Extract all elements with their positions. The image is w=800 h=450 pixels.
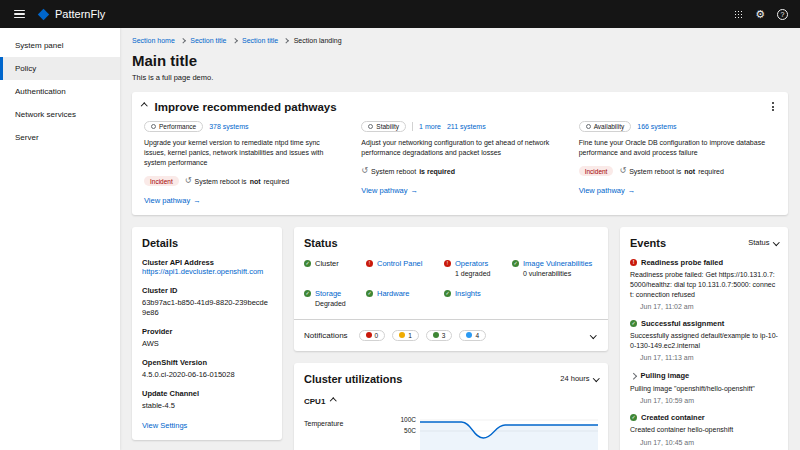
cluster-utilizations-card: Cluster utilizations 24 hours CPU1 Tempe… [294,363,608,450]
exclamation-circle-icon: ! [444,260,451,267]
stability-icon [368,124,373,129]
masthead: PatternFly ⚙ ? [0,0,800,28]
time-range-dropdown[interactable]: 24 hours [560,374,598,383]
status-grid: ✓Cluster !Control Panel !Operators 1 deg… [304,259,598,307]
status-link[interactable]: Insights [455,289,481,298]
pathway-item-availability: Availability 166 systems Fine tune your … [579,121,776,204]
field-value: 63b97ac1-b850-41d9-8820-239becde9e86 [142,298,272,318]
view-pathway-link[interactable]: View pathway→ [361,186,418,195]
status-title: Status [304,237,598,249]
exclamation-circle-icon: ! [630,259,637,266]
events-card: Events Status !Readiness probe failed Re… [620,227,788,450]
status-item-operators: !Operators 1 degraded [444,259,508,277]
sidebar-item-server[interactable]: Server [0,126,120,149]
notification-badge-info[interactable]: 4 [459,330,486,341]
event-time: Jun 17, 10:59 am [630,397,778,404]
app-launcher-icon[interactable] [734,10,743,19]
events-title: Events [630,237,666,249]
reboot-status: ↺System reboot is not required [619,167,723,175]
performance-badge: Performance [144,121,203,132]
notification-badge-success[interactable]: 3 [426,330,453,341]
lower-grid: Details Cluster API Addresshttps://api1.… [132,227,788,450]
sidebar-item-network-services[interactable]: Network services [0,103,120,126]
status-link[interactable]: Operators [455,259,488,268]
field-label: OpenShift Version [142,358,272,367]
status-item-image-vulnerabilities: ✓Image Vulnerabilities 0 vulnerabilities [512,259,598,277]
menu-toggle-icon[interactable] [12,8,27,21]
pathway-item-stability: Stability 1 more 211 systems Adjust your… [361,121,558,204]
check-circle-icon: ✓ [304,260,311,267]
systems-link[interactable]: 378 systems [209,123,248,130]
availability-badge: Availability [579,121,632,132]
view-settings-link[interactable]: View Settings [142,421,187,430]
incident-label: Incident [144,176,179,186]
systems-link[interactable]: 211 systems [447,123,486,130]
expand-chevron-icon[interactable] [630,370,637,381]
field-value: stable-4.5 [142,401,272,411]
event-time: Jun 17, 11:02 am [630,303,778,310]
frame: System panel Policy Authentication Netwo… [0,28,800,450]
status-item-insights: ✓Insights [444,289,508,307]
performance-icon [151,124,156,129]
masthead-left: PatternFly [12,8,105,21]
arrow-right-icon: → [410,186,418,195]
status-link[interactable]: Image Vulnerabilities [523,259,592,268]
field-value: 4.5.0.ci-2020-06-16-015028 [142,370,272,380]
status-sub: 0 vulnerabilities [512,270,598,277]
notifications-label: Notifications [304,331,348,340]
patternfly-logo-icon [37,8,50,21]
pathways-card: Improve recommended pathways Performance… [132,92,788,215]
status-item-control-panel: !Control Panel [366,259,440,277]
view-pathway-link[interactable]: View pathway→ [144,196,201,205]
cpu-section-toggle[interactable]: CPU1 [304,397,598,406]
breadcrumb-separator-icon [232,38,237,43]
pathway-description: Fine tune your Oracle DB configuration t… [579,138,776,158]
sidebar-item-system-panel[interactable]: System panel [0,34,120,57]
warning-dot-icon [399,332,405,338]
incident-label: Incident [579,166,614,176]
status-link[interactable]: Storage [315,289,341,298]
breadcrumb-link-1[interactable]: Section title [190,37,226,44]
expand-chevron-icon[interactable] [588,328,599,343]
reboot-status: ↺System reboot is required [361,167,458,175]
view-pathway-link[interactable]: View pathway→ [579,186,636,195]
page-subtitle: This is a full page demo. [132,73,788,82]
pathway-description: Upgrade your kernel version to remediate… [144,138,341,167]
masthead-right: ⚙ ? [734,9,788,20]
more-badges-link[interactable]: 1 more [419,123,441,130]
field-label: Update Channel [142,389,272,398]
event-time: Jun 17, 11:13 am [630,354,778,361]
settings-gear-icon[interactable]: ⚙ [755,9,765,20]
cluster-api-link[interactable]: https://api1.devcluster.openshift.com [142,267,263,276]
sidebar-item-policy[interactable]: Policy [0,57,120,80]
danger-dot-icon [366,332,372,338]
reboot-icon: ↺ [619,167,626,175]
status-link[interactable]: Control Panel [377,259,422,268]
status-link[interactable]: Hardware [377,289,410,298]
breadcrumb-link-home[interactable]: Section home [132,37,175,44]
chevron-up-icon [330,398,336,404]
availability-icon [586,124,591,129]
arrow-right-icon: → [628,186,636,195]
brand[interactable]: PatternFly [37,8,105,21]
pathways-columns: Performance 378 systems Upgrade your ker… [132,119,788,214]
chevron-down-icon [593,375,599,381]
help-icon[interactable]: ? [777,9,788,20]
event-item: !Readiness probe failed Readiness probe … [630,258,778,310]
y-axis-ticks: 100C 50C [396,416,420,450]
event-time: Jun 17, 10:45 am [630,439,778,446]
page-title: Main title [132,52,788,69]
notification-badge-warning[interactable]: 1 [392,330,419,341]
systems-link[interactable]: 166 systems [637,123,676,130]
reboot-icon: ↺ [185,177,192,185]
collapse-chevron-icon[interactable] [141,103,147,109]
event-item: ✓Created container Created container hel… [630,413,778,445]
breadcrumb-link-2[interactable]: Section title [242,37,278,44]
details-title: Details [142,237,272,249]
sidebar-item-authentication[interactable]: Authentication [0,80,120,103]
notification-badge-danger[interactable]: 0 [359,330,386,341]
events-filter-dropdown[interactable]: Status [748,238,778,247]
pathways-card-header: Improve recommended pathways [132,92,788,119]
kebab-menu-icon[interactable] [768,100,778,113]
event-item: Pulling image Pulling image "openshift/h… [630,370,778,404]
